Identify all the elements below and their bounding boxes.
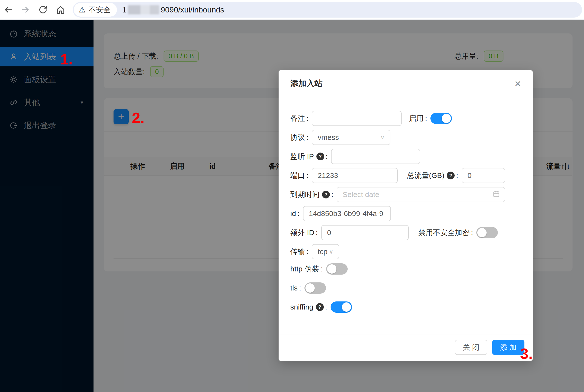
form-row-expiry: 到期时间 ? : xyxy=(290,187,521,202)
enable-group: 启用: xyxy=(409,113,452,124)
warning-triangle-icon: ⚠ xyxy=(78,6,86,14)
protocol-value: vmess xyxy=(318,133,339,142)
disable-insecure-group: 禁用不安全加密: xyxy=(418,227,498,238)
calendar-icon xyxy=(492,190,500,199)
forward-icon[interactable] xyxy=(19,4,32,16)
url-text: 1 9090/xui/inbounds xyxy=(122,5,224,14)
form-row-http-fake: http 伪装: xyxy=(290,263,521,275)
listen-ip-label: 监听 IP ? : xyxy=(290,152,331,162)
transport-select[interactable]: tcp ∨ xyxy=(312,244,339,259)
browser-toolbar: ⚠ 不安全 1 9090/xui/inbounds xyxy=(0,0,584,20)
date-picker[interactable] xyxy=(337,187,505,202)
form-row-transport: 传输: tcp ∨ xyxy=(290,244,521,259)
port-label: 端口: xyxy=(290,170,312,180)
help-icon[interactable]: ? xyxy=(316,303,324,311)
address-bar[interactable]: ⚠ 不安全 1 9090/xui/inbounds xyxy=(73,2,582,18)
expiry-date-input[interactable] xyxy=(337,187,505,202)
close-button[interactable]: 关 闭 xyxy=(455,340,487,355)
form-row-listen-ip: 监听 IP ? : xyxy=(290,149,521,164)
expiry-label: 到期时间 ? : xyxy=(290,190,337,200)
annotation-step-2: 2. xyxy=(132,110,144,126)
help-icon[interactable]: ? xyxy=(322,191,330,198)
http-fake-toggle[interactable] xyxy=(326,263,348,274)
help-icon[interactable]: ? xyxy=(316,152,324,160)
sniffing-toggle[interactable] xyxy=(330,302,352,313)
toggle-knob xyxy=(442,114,451,123)
close-icon[interactable]: ✕ xyxy=(512,78,524,90)
home-icon[interactable] xyxy=(54,4,67,16)
transport-label: 传输: xyxy=(290,247,312,257)
extra-id-label: 额外 ID: xyxy=(290,228,321,238)
toggle-knob xyxy=(477,228,486,237)
modal-header: 添加入站 ✕ xyxy=(278,70,533,97)
total-traffic-group: 总流量(GB) ? : xyxy=(407,168,505,183)
form-row-sniffing: sniffing ? : xyxy=(290,301,521,313)
url-redacted-block xyxy=(128,5,159,14)
help-icon[interactable]: ? xyxy=(447,172,454,180)
form-row-protocol: 协议: vmess ∨ xyxy=(290,130,521,145)
enable-label: 启用: xyxy=(409,114,430,124)
form-row-port: 端口: 总流量(GB) ? : xyxy=(290,168,521,183)
transport-value: tcp xyxy=(318,248,328,256)
tls-toggle[interactable] xyxy=(304,282,326,294)
toggle-knob xyxy=(306,284,315,293)
modal-footer: 关 闭 添 加 xyxy=(278,334,533,361)
form-row-extra-id: 额外 ID: 禁用不安全加密: xyxy=(290,225,521,240)
protocol-label: 协议: xyxy=(290,132,312,142)
total-traffic-input[interactable] xyxy=(462,168,505,183)
add-inbound-modal: 添加入站 ✕ 备注: 启用: 协议: xyxy=(278,70,533,361)
id-label: id: xyxy=(290,210,303,218)
disable-insecure-toggle[interactable] xyxy=(476,227,498,238)
form-row-id: id: xyxy=(290,206,521,221)
modal-body: 备注: 启用: 协议: vmess ∨ xyxy=(278,97,533,334)
extra-id-input[interactable] xyxy=(321,225,409,240)
toggle-knob xyxy=(342,302,351,312)
form-row-tls: tls: xyxy=(290,282,521,294)
chevron-down-icon: ∨ xyxy=(380,134,385,141)
tls-label: tls: xyxy=(290,284,304,292)
protocol-select[interactable]: vmess ∨ xyxy=(312,130,390,145)
annotation-step-1: 1. xyxy=(60,52,73,67)
add-button[interactable]: 添 加 xyxy=(492,340,524,355)
security-label: 不安全 xyxy=(89,5,110,15)
total-traffic-label: 总流量(GB) ? : xyxy=(407,170,462,180)
modal-title: 添加入站 xyxy=(290,78,322,89)
toggle-knob xyxy=(327,264,336,274)
listen-ip-input[interactable] xyxy=(331,149,420,164)
form-row-remark: 备注: 启用: xyxy=(290,111,521,126)
sniffing-label: sniffing ? : xyxy=(290,303,330,311)
screen: ⚠ 不安全 1 9090/xui/inbounds 系统状态 xyxy=(0,0,584,392)
port-input[interactable] xyxy=(312,168,398,183)
http-fake-label: http 伪装: xyxy=(290,264,326,274)
chevron-down-icon: ∨ xyxy=(329,248,333,255)
security-chip[interactable]: ⚠ 不安全 xyxy=(74,3,117,16)
annotation-step-3: 3. xyxy=(520,346,533,361)
remark-input[interactable] xyxy=(312,111,402,126)
url-start: 1 xyxy=(122,5,127,14)
remark-label: 备注: xyxy=(290,114,312,124)
enable-toggle[interactable] xyxy=(430,113,452,124)
back-icon[interactable] xyxy=(2,4,15,16)
id-input[interactable] xyxy=(303,206,391,221)
disable-insecure-label: 禁用不安全加密: xyxy=(418,228,476,238)
reload-icon[interactable] xyxy=(36,4,49,16)
url-end: 9090/xui/inbounds xyxy=(161,5,224,14)
